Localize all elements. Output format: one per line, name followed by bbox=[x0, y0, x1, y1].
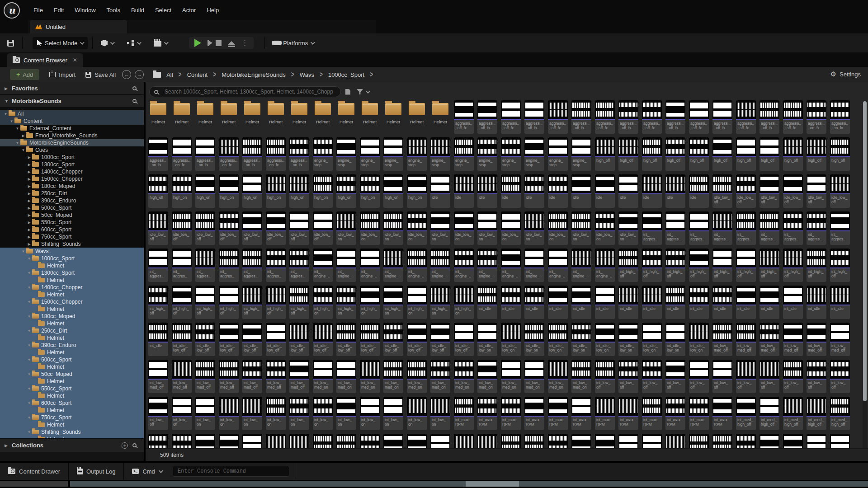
asset-tile[interactable]: high_off bbox=[148, 174, 168, 209]
asset-tile[interactable]: int_ engine_.. bbox=[407, 249, 427, 283]
asset-tile[interactable]: high_on bbox=[383, 174, 403, 209]
asset-tile[interactable]: aggressi.. _off_fx bbox=[642, 100, 662, 135]
asset-tile[interactable]: int_idle bbox=[665, 286, 685, 320]
tree-item-helmet[interactable]: Helmet bbox=[0, 305, 144, 313]
asset-tile[interactable]: int_low_ off bbox=[783, 360, 803, 394]
asset-tile[interactable]: int_ engine_.. bbox=[548, 249, 568, 283]
asset-tile[interactable]: high_off bbox=[736, 137, 756, 172]
folder-tile[interactable]: Helmet bbox=[407, 100, 427, 135]
asset-tile[interactable]: int_max RPM bbox=[689, 397, 709, 431]
asset-tile[interactable]: engine_ stop bbox=[501, 137, 521, 172]
asset-tile[interactable]: idle_low_ off bbox=[195, 211, 215, 246]
asset-tile[interactable]: int_ aggres.. bbox=[665, 211, 685, 246]
asset-tile[interactable]: int_ aggres.. bbox=[642, 211, 662, 246]
asset-tile[interactable]: int_low_ on bbox=[407, 397, 427, 431]
asset-tile[interactable]: idle_low_ off bbox=[219, 211, 239, 246]
asset-tile[interactable]: int_max RPM bbox=[642, 397, 662, 431]
asset-tile[interactable]: int_idle_ low_on bbox=[548, 323, 568, 357]
collapse-arrow-icon[interactable]: ▼ bbox=[26, 372, 32, 376]
asset-tile[interactable]: int_ engine_.. bbox=[430, 249, 450, 283]
asset-tile[interactable]: int_ aggres.. bbox=[783, 211, 803, 246]
asset-tile[interactable]: int_low_ on bbox=[313, 397, 333, 431]
asset-tile[interactable]: int_low_ off bbox=[172, 397, 192, 431]
asset-tile[interactable]: int_idle bbox=[148, 323, 168, 357]
asset-tile[interactable]: int_low_ on bbox=[242, 397, 262, 431]
tree-item-750cc_sport[interactable]: ▼750cc_Sport bbox=[0, 414, 144, 421]
asset-tile[interactable]: idle_low_ off bbox=[266, 211, 286, 246]
collapse-arrow-icon[interactable]: ▼ bbox=[26, 314, 32, 319]
asset-tile[interactable]: idle_low_ on bbox=[454, 211, 474, 246]
asset-tile[interactable]: aggressi.. _on_fx bbox=[219, 137, 239, 172]
expand-arrow-icon[interactable]: ▶ bbox=[26, 206, 32, 210]
folder-tile[interactable]: Helmet bbox=[266, 100, 286, 135]
asset-tile[interactable]: int_high_ on bbox=[313, 286, 333, 320]
tree-item-helmet[interactable]: Helmet bbox=[0, 262, 144, 269]
asset-tile[interactable]: aggressi.. _on_fx bbox=[830, 100, 850, 135]
expand-arrow-icon[interactable]: ▶ bbox=[26, 155, 32, 160]
asset-tile[interactable]: idle bbox=[665, 174, 685, 209]
asset-tile[interactable]: int_idle_ low_off bbox=[195, 323, 215, 357]
asset-tile[interactable]: int_idle_ low_on bbox=[689, 323, 709, 357]
save-search-icon[interactable] bbox=[345, 89, 350, 95]
tree-item-content[interactable]: ▼Content bbox=[0, 117, 144, 125]
folder-tile[interactable]: Helmet bbox=[430, 100, 450, 135]
asset-tile[interactable]: int_idle_ low_on bbox=[477, 323, 497, 357]
asset-tile[interactable]: int_max RPM bbox=[571, 397, 591, 431]
collections-section-header[interactable]: ▶ Collections + bbox=[0, 438, 144, 452]
tree-item-600cc_sport[interactable]: ▶600cc_Sport bbox=[0, 226, 144, 233]
asset-tile[interactable]: int_low_ med_off bbox=[712, 323, 732, 357]
asset-tile[interactable]: int_low_ med_on bbox=[336, 360, 356, 394]
asset-tile[interactable]: idle_low_ on bbox=[571, 211, 591, 246]
asset-tile[interactable]: aggressi.. _off_fx bbox=[501, 100, 521, 135]
play-options-kebab-icon[interactable]: ⋮ bbox=[241, 39, 248, 47]
asset-tile[interactable]: aggressi.. _off_fx bbox=[618, 100, 638, 135]
asset-tile[interactable]: int_ aggres.. bbox=[736, 211, 756, 246]
tree-item-1500cc_chopper[interactable]: ▼1500cc_Chopper bbox=[0, 298, 144, 305]
asset-tile[interactable]: aggressi.. _off_fx bbox=[665, 100, 685, 135]
expand-arrow-icon[interactable]: ▶ bbox=[26, 213, 32, 217]
asset-tile[interactable]: int_high_ on bbox=[454, 286, 474, 320]
add-button[interactable]: + Add bbox=[10, 69, 39, 80]
tree-item-1300cc_sport[interactable]: ▼1300cc_Sport bbox=[0, 269, 144, 277]
asset-tile[interactable]: idle_low_ on bbox=[360, 211, 380, 246]
asset-tile[interactable]: int_high_ off bbox=[783, 249, 803, 283]
expand-arrow-icon[interactable]: ▶ bbox=[26, 184, 32, 188]
asset-tile[interactable]: idle bbox=[595, 174, 615, 209]
asset-tile[interactable]: engine_ stop bbox=[524, 137, 544, 172]
asset-tile[interactable]: int_high_ off bbox=[830, 249, 850, 283]
asset-tile[interactable]: int_idle_ low_off bbox=[430, 323, 450, 357]
asset-tile[interactable]: high_on bbox=[336, 174, 356, 209]
menu-window[interactable]: Window bbox=[69, 7, 101, 14]
asset-tile[interactable]: high_off bbox=[665, 137, 685, 172]
tree-item-1500cc_chopper[interactable]: ▶1500cc_Chopper bbox=[0, 175, 144, 183]
asset-tile[interactable]: int_med_ high_off bbox=[736, 397, 756, 431]
asset-tile[interactable]: int_idle bbox=[501, 286, 521, 320]
breadcrumb-chevron-icon[interactable]: > bbox=[288, 70, 297, 79]
asset-tile[interactable]: idle bbox=[548, 174, 568, 209]
asset-tile[interactable]: high_off bbox=[689, 137, 709, 172]
asset-tile[interactable]: int_high_ off bbox=[665, 249, 685, 283]
asset-tile[interactable]: int_low_ off bbox=[618, 360, 638, 394]
collapse-arrow-icon[interactable]: ▼ bbox=[26, 401, 32, 405]
tree-item-500cc_sport[interactable]: ▼500cc_Sport bbox=[0, 356, 144, 363]
asset-tile[interactable]: int_low_ med_off bbox=[219, 360, 239, 394]
asset-tile[interactable]: int_low_ off bbox=[760, 360, 779, 394]
cmd-dropdown[interactable]: >_ Cmd bbox=[124, 463, 170, 480]
asset-tile[interactable]: idle_low_ off bbox=[760, 174, 779, 209]
asset-tile[interactable]: engine_ stop bbox=[407, 137, 427, 172]
horizontal-scrollbar-track[interactable] bbox=[70, 481, 868, 487]
expand-arrow-icon[interactable]: ▶ bbox=[26, 221, 32, 225]
asset-tile[interactable]: int_low_ off bbox=[665, 360, 685, 394]
tree-item-wavs[interactable]: ▼Wavs bbox=[0, 248, 144, 255]
tree-item-1000cc_sport[interactable]: ▶1000cc_Sport bbox=[0, 154, 144, 161]
asset-tile[interactable]: int_idle bbox=[571, 286, 591, 320]
tree-item-1400cc_chopper[interactable]: ▼1400cc_Chopper bbox=[0, 284, 144, 291]
asset-tile[interactable]: aggressi.. _off_fx bbox=[712, 100, 732, 135]
asset-tile[interactable]: int_low_ off bbox=[148, 397, 168, 431]
asset-tile[interactable]: aggressi.. _on_fx bbox=[195, 137, 215, 172]
asset-tile[interactable]: int_high_ off bbox=[689, 249, 709, 283]
asset-tile[interactable]: aggressi.. _off_fx bbox=[524, 100, 544, 135]
asset-tile[interactable]: int_high_ off bbox=[618, 249, 638, 283]
folder-tile[interactable]: Helmet bbox=[313, 100, 333, 135]
asset-tile[interactable]: int_low_ on bbox=[360, 397, 380, 431]
